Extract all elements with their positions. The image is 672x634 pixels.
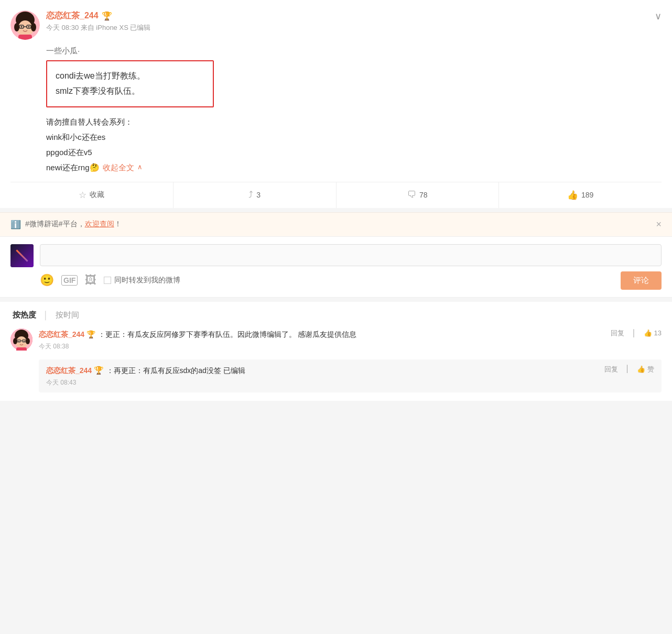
- notice-banner: ℹ️ #微博辟谣#平台，欢迎查阅！ ×: [0, 212, 672, 236]
- collapse-button[interactable]: ∨: [655, 10, 662, 22]
- action-bar: ☆ 收藏 ⤴ 3 🗨 78 👍 189: [10, 182, 662, 208]
- gif-icon[interactable]: GIF: [61, 275, 78, 286]
- highlighted-line-1: condi去we当打野教练。: [56, 69, 204, 84]
- comment-count: 78: [419, 191, 428, 199]
- like-icon: 👍: [567, 190, 578, 201]
- user-badge: 🏆: [102, 11, 112, 21]
- comment-username[interactable]: 恋恋红茶_244: [39, 330, 84, 338]
- post-info: 今天 08:30 来自 iPhone XS 已编辑: [46, 23, 662, 32]
- repost-checkbox[interactable]: [104, 277, 111, 284]
- section-divider: [0, 297, 672, 298]
- nested-actions: 回复 │ 👍 赞: [604, 365, 654, 374]
- notice-plain: #微博辟谣#平台，: [25, 220, 85, 228]
- svg-point-7: [21, 26, 23, 28]
- avatar[interactable]: [10, 10, 40, 40]
- expand-link[interactable]: 收起全文: [103, 160, 134, 174]
- notice-text: #微博辟谣#平台，欢迎查阅！: [25, 220, 652, 229]
- comments-section: 按热度 │ 按时间: [0, 302, 672, 401]
- image-icon[interactable]: 🖼: [85, 274, 96, 287]
- commenter-avatar: [10, 244, 34, 267]
- info-icon: ℹ️: [10, 220, 21, 229]
- chevron-up-icon[interactable]: ∧: [137, 161, 143, 173]
- svg-rect-21: [16, 347, 27, 351]
- sort-divider: │: [44, 311, 48, 320]
- repost-count: 3: [256, 191, 261, 199]
- comment-like[interactable]: 👍 13: [644, 329, 662, 337]
- avatar-decoration: [16, 249, 28, 261]
- main-text: 请勿擅自替人转会系列： wink和小c还在es ppgod还在v5 newi还在…: [46, 115, 662, 174]
- main-line-1: 请勿擅自替人转会系列：: [46, 115, 662, 129]
- nested-username[interactable]: 恋恋红茶_244: [46, 366, 92, 375]
- comment-username-badge: 🏆: [86, 330, 95, 338]
- repost-checkbox-area[interactable]: 同时转发到我的微博: [104, 276, 180, 285]
- username[interactable]: 恋恋红茶_244: [46, 10, 99, 21]
- nested-text: ：再更正：有瓜有反应sdx的ad没签 已编辑: [106, 366, 245, 375]
- nested-reply-button[interactable]: 回复: [604, 365, 618, 374]
- main-line-2: wink和小c还在es: [46, 130, 662, 144]
- post-card: ∨: [0, 0, 672, 208]
- highlighted-box: condi去we当打野教练。 smlz下赛季没有队伍。: [46, 60, 214, 107]
- repost-checkbox-label: 同时转发到我的微博: [114, 276, 180, 285]
- comment-input-wrapper: 🙂 GIF 🖼 同时转发到我的微博 评论: [40, 244, 662, 290]
- sort-tabs: 按热度 │ 按时间: [10, 310, 662, 320]
- repost-icon: ⤴: [248, 190, 253, 200]
- nested-like[interactable]: 👍 赞: [637, 365, 654, 374]
- svg-point-20: [24, 340, 25, 341]
- comment-like-count: 13: [654, 329, 662, 337]
- notice-suffix: ！: [114, 220, 122, 228]
- submit-comment-button[interactable]: 评论: [621, 271, 662, 290]
- comment-item: 恋恋红茶_244 🏆 ：更正：有瓜友反应阿修罗下赛季有队伍。因此微博编辑了。 感…: [10, 329, 662, 351]
- like-icon-comment: 👍: [644, 329, 652, 337]
- notice-close-button[interactable]: ×: [656, 219, 662, 230]
- main-line-4: newi还在rng🤔: [46, 160, 100, 174]
- nested-badge: 🏆: [94, 366, 104, 375]
- repost-action[interactable]: ⤴ 3: [174, 182, 337, 208]
- post-content: 一些小瓜· condi去we当打野教练。 smlz下赛季没有队伍。 请勿擅自替人…: [46, 46, 662, 174]
- post-meta: 恋恋红茶_244 🏆 今天 08:30 来自 iPhone XS 已编辑: [46, 10, 662, 32]
- commenter-avatar-img: [10, 244, 34, 267]
- nested-time: 今天 08:43: [46, 378, 654, 387]
- svg-point-11: [31, 23, 36, 31]
- nested-comment-body: 恋恋红茶_244 🏆 ：再更正：有瓜有反应sdx的ad没签 已编辑 回复 │ 👍…: [39, 359, 662, 392]
- last-line: newi还在rng🤔 收起全文 ∧: [46, 160, 662, 174]
- comment-icon: 🗨: [407, 190, 416, 200]
- nested-comment: 恋恋红茶_244 🏆 ：再更正：有瓜有反应sdx的ad没签 已编辑 回复 │ 👍…: [39, 359, 662, 392]
- nested-like-label: 赞: [647, 365, 654, 374]
- nested-like-icon: 👍: [637, 365, 645, 373]
- svg-point-10: [14, 23, 19, 31]
- comment-text: ：更正：有瓜友反应阿修罗下赛季有队伍。因此微博编辑了。 感谢瓜友提供信息: [98, 330, 357, 338]
- comment-actions: 回复 │ 👍 13: [611, 329, 662, 338]
- collect-label: 收藏: [90, 190, 104, 200]
- svg-rect-9: [18, 35, 32, 40]
- svg-point-8: [28, 26, 30, 28]
- sort-by-time[interactable]: 按时间: [53, 310, 81, 320]
- reply-button[interactable]: 回复: [611, 329, 624, 338]
- svg-point-23: [26, 338, 30, 344]
- like-count: 189: [581, 191, 593, 199]
- emoji-icon[interactable]: 🙂: [40, 274, 54, 287]
- comment-time: 今天 08:38: [39, 342, 662, 351]
- intro-text: 一些小瓜·: [46, 46, 662, 56]
- main-line-3: ppgod还在v5: [46, 145, 662, 159]
- star-icon: ☆: [79, 190, 86, 201]
- username-row: 恋恋红茶_244 🏆: [46, 10, 662, 21]
- comment-body: 恋恋红茶_244 🏆 ：更正：有瓜友反应阿修罗下赛季有队伍。因此微博编辑了。 感…: [39, 329, 662, 351]
- comment-input-area: 🙂 GIF 🖼 同时转发到我的微博 评论: [0, 236, 672, 297]
- comment-user-avatar[interactable]: [10, 329, 32, 351]
- highlighted-line-2: smlz下赛季没有队伍。: [56, 84, 204, 99]
- post-header: 恋恋红茶_244 🏆 今天 08:30 来自 iPhone XS 已编辑: [10, 10, 662, 40]
- svg-point-22: [13, 338, 17, 344]
- comment-text-input[interactable]: [40, 244, 662, 266]
- comment-toolbar: 🙂 GIF 🖼 同时转发到我的微博 评论: [40, 271, 662, 290]
- svg-point-3: [18, 20, 32, 35]
- like-action[interactable]: 👍 189: [499, 182, 662, 208]
- sort-by-hot[interactable]: 按热度: [10, 310, 38, 320]
- notice-link[interactable]: 欢迎查阅: [85, 220, 114, 228]
- collect-action[interactable]: ☆ 收藏: [10, 182, 174, 208]
- svg-point-19: [18, 340, 19, 341]
- comment-action[interactable]: 🗨 78: [337, 182, 500, 208]
